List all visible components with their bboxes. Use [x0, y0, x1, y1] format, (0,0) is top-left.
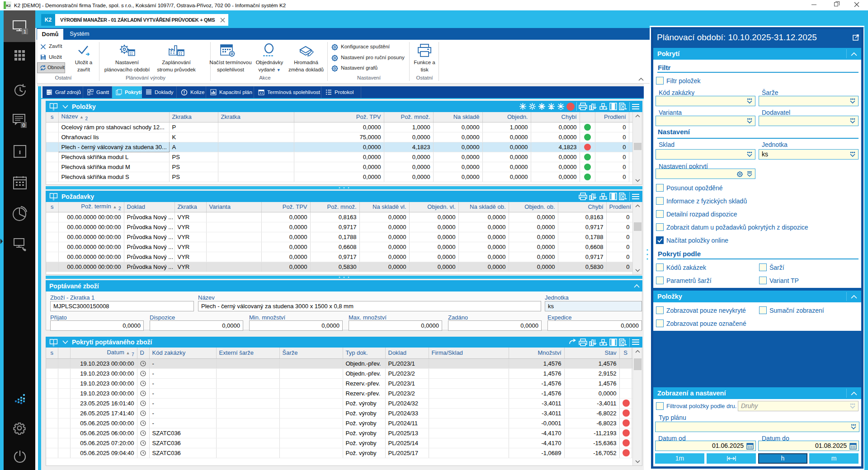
svg-text:1: 1 — [24, 29, 26, 34]
svg-text:0: 0 — [22, 122, 25, 128]
svg-text:K2: K2 — [6, 4, 11, 8]
